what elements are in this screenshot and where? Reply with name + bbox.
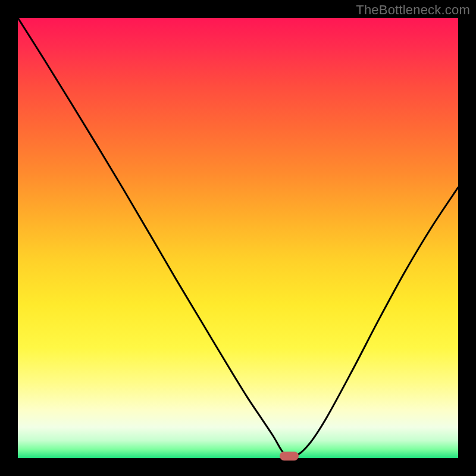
- plot-area: [18, 18, 458, 458]
- bottleneck-curve: [18, 18, 458, 457]
- chart-container: TheBottleneck.com: [0, 0, 476, 476]
- curve-layer: [18, 18, 458, 458]
- optimum-marker: [280, 452, 299, 461]
- watermark-text: TheBottleneck.com: [356, 2, 470, 18]
